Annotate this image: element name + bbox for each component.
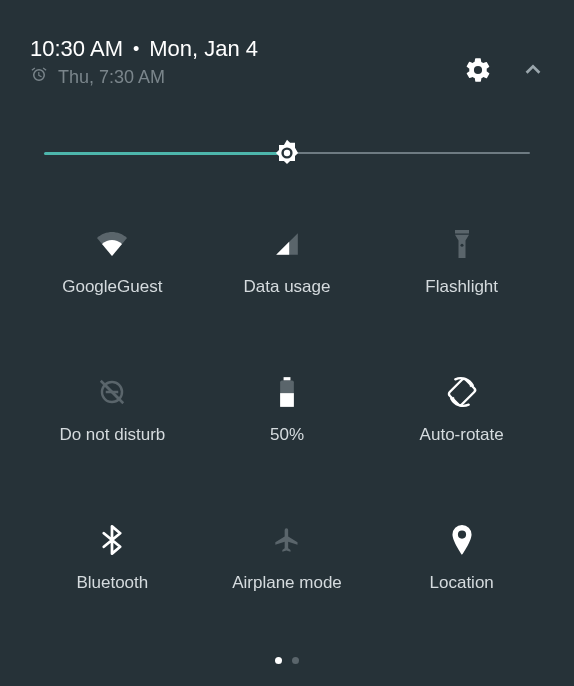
alarm-row[interactable]: Thu, 7:30 AM bbox=[30, 66, 258, 89]
collapse-button[interactable] bbox=[522, 59, 544, 85]
alarm-text: Thu, 7:30 AM bbox=[58, 67, 165, 88]
settings-button[interactable] bbox=[464, 56, 492, 88]
flashlight-icon bbox=[452, 229, 472, 259]
svg-rect-7 bbox=[280, 393, 294, 407]
autorotate-tile[interactable]: Auto-rotate bbox=[379, 377, 544, 445]
svg-point-1 bbox=[284, 150, 290, 156]
flashlight-label: Flashlight bbox=[425, 277, 498, 297]
location-tile[interactable]: Location bbox=[379, 525, 544, 593]
battery-tile[interactable]: 50% bbox=[205, 377, 370, 445]
page-indicator[interactable] bbox=[275, 657, 299, 664]
airplane-icon bbox=[273, 525, 301, 555]
wifi-label: GoogleGuest bbox=[62, 277, 162, 297]
header: 10:30 AM • Mon, Jan 4 Thu, 7:30 AM bbox=[30, 36, 544, 89]
wifi-icon bbox=[97, 229, 127, 259]
alarm-icon bbox=[30, 66, 48, 89]
pager-dot-2 bbox=[292, 657, 299, 664]
airplane-tile[interactable]: Airplane mode bbox=[205, 525, 370, 593]
cellular-icon bbox=[274, 229, 300, 259]
brightness-icon bbox=[271, 136, 303, 170]
dnd-label: Do not disturb bbox=[59, 425, 165, 445]
wifi-tile[interactable]: GoogleGuest bbox=[30, 229, 195, 297]
cellular-tile[interactable]: Data usage bbox=[205, 229, 370, 297]
pager-dot-1 bbox=[275, 657, 282, 664]
separator-dot: • bbox=[133, 39, 139, 60]
bluetooth-icon bbox=[102, 525, 122, 555]
dnd-tile[interactable]: Do not disturb bbox=[30, 377, 195, 445]
bluetooth-tile[interactable]: Bluetooth bbox=[30, 525, 195, 593]
brightness-thumb[interactable] bbox=[271, 137, 303, 169]
location-label: Location bbox=[430, 573, 494, 593]
battery-icon bbox=[279, 377, 295, 407]
chevron-up-icon bbox=[522, 59, 544, 81]
flashlight-tile[interactable]: Flashlight bbox=[379, 229, 544, 297]
gear-icon bbox=[464, 56, 492, 84]
quick-settings-grid: GoogleGuest Data usage Flashlight Do not… bbox=[30, 229, 544, 593]
clock-time: 10:30 AM bbox=[30, 36, 123, 62]
autorotate-icon bbox=[446, 377, 478, 407]
cellular-label: Data usage bbox=[244, 277, 331, 297]
svg-point-2 bbox=[460, 244, 463, 247]
clock-date[interactable]: Mon, Jan 4 bbox=[149, 36, 258, 62]
bluetooth-label: Bluetooth bbox=[76, 573, 148, 593]
airplane-label: Airplane mode bbox=[232, 573, 342, 593]
brightness-slider[interactable] bbox=[30, 137, 544, 169]
battery-label: 50% bbox=[270, 425, 304, 445]
dnd-off-icon bbox=[97, 377, 127, 407]
autorotate-label: Auto-rotate bbox=[420, 425, 504, 445]
svg-rect-5 bbox=[284, 377, 291, 380]
location-icon bbox=[451, 525, 473, 555]
